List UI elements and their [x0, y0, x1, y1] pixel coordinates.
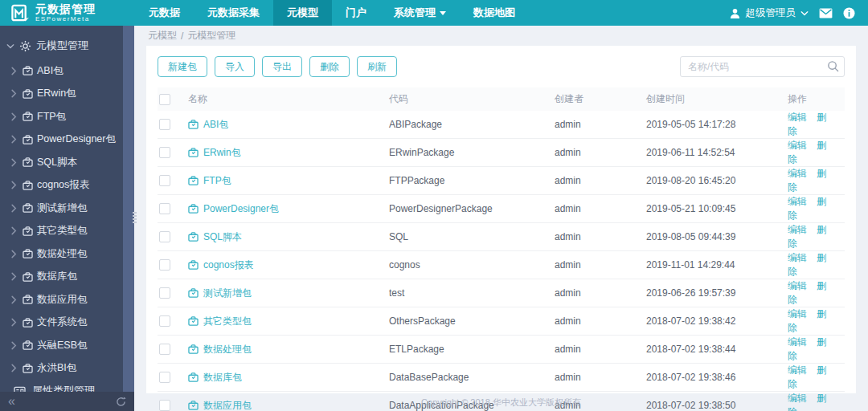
sidebar-item-2[interactable]: FTP包	[0, 105, 134, 128]
sidebar-item-9[interactable]: 数据库包	[0, 266, 134, 289]
tree-item-label: ERwin包	[37, 87, 76, 100]
package-name-link[interactable]: 数据库包	[203, 371, 242, 385]
refresh-icon[interactable]	[116, 397, 126, 407]
chevron-down-icon	[800, 10, 809, 16]
package-icon	[23, 295, 33, 304]
edit-link[interactable]: 编辑	[788, 252, 807, 263]
edit-link[interactable]: 编辑	[788, 280, 807, 291]
edit-link[interactable]: 编辑	[788, 308, 807, 319]
toolbar-button-2[interactable]: 导出	[262, 56, 302, 77]
mail-icon[interactable]	[819, 8, 833, 18]
row-checkbox[interactable]	[159, 147, 170, 158]
row-checkbox[interactable]	[159, 344, 170, 355]
package-name-link[interactable]: FTP包	[203, 174, 231, 188]
sidebar-item-10[interactable]: 数据应用包	[0, 288, 134, 311]
info-icon[interactable]	[843, 7, 855, 19]
sidebar-item-4[interactable]: SQL脚本	[0, 151, 134, 174]
sidebar-item-7[interactable]: 其它类型包	[0, 220, 134, 243]
edit-link[interactable]: 编辑	[788, 140, 807, 151]
toolbar-button-0[interactable]: 新建包	[158, 56, 207, 77]
nav-item-2[interactable]: 元模型	[273, 0, 332, 26]
footer: Copyright © 2018 华中农业大学版权所有	[134, 393, 868, 411]
package-created: 2019-06-26 19:57:39	[645, 279, 786, 307]
nav-item-label: 系统管理	[394, 6, 436, 20]
package-name-link[interactable]: ERwin包	[203, 146, 241, 160]
tree-item-label: 其它类型包	[37, 224, 88, 238]
package-creator: admin	[553, 167, 645, 195]
row-checkbox[interactable]	[159, 259, 170, 271]
edit-link[interactable]: 编辑	[788, 224, 807, 235]
nav-item-1[interactable]: 元数据采集	[194, 0, 273, 26]
sidebar-item-13[interactable]: 永洪BI包	[0, 357, 134, 380]
edit-link[interactable]: 编辑	[788, 168, 807, 179]
edit-link[interactable]: 编辑	[788, 112, 807, 123]
package-name-link[interactable]: SQL脚本	[203, 230, 242, 244]
package-code: cognos	[387, 251, 553, 279]
sidebar-item-attribute-types[interactable]: 属性类型管理	[0, 380, 134, 392]
col-header-actions: 操作	[786, 87, 845, 111]
package-name-link[interactable]: cognos报表	[203, 258, 254, 272]
nav-item-4[interactable]: 系统管理	[380, 0, 460, 26]
toolbar-button-1[interactable]: 导入	[215, 56, 255, 77]
tree-item-label: 数据应用包	[37, 293, 88, 307]
row-checkbox[interactable]	[159, 315, 170, 327]
package-code: PowerDesignerPackage	[387, 195, 553, 223]
sidebar-item-5[interactable]: cognos报表	[0, 174, 134, 197]
row-checkbox[interactable]	[159, 287, 170, 299]
nav-item-3[interactable]: 门户	[332, 0, 380, 26]
breadcrumb-parent[interactable]: 元模型	[148, 29, 177, 43]
splitter-handle[interactable]	[132, 212, 137, 230]
row-checkbox[interactable]	[159, 203, 170, 214]
edit-link[interactable]: 编辑	[788, 364, 807, 376]
row-checkbox[interactable]	[159, 119, 170, 130]
sidebar-item-3[interactable]: PowerDesigner包	[0, 128, 134, 152]
sidebar-item-8[interactable]: 数据处理包	[0, 242, 134, 266]
package-created: 2019-11-01 14:29:44	[645, 251, 786, 279]
package-created: 2018-07-02 19:38:46	[645, 364, 786, 392]
sidebar-root-metamodel[interactable]: 元模型管理	[0, 32, 134, 59]
sidebar-item-12[interactable]: 兴融ESB包	[0, 334, 134, 357]
row-actions: 编辑删除	[786, 139, 845, 167]
package-name-link[interactable]: 测试新增包	[203, 287, 252, 300]
package-created: 2018-07-02 19:38:44	[645, 336, 786, 364]
app-logo[interactable]: 元数据管理 ESPowerMeta	[0, 0, 135, 26]
search-icon[interactable]	[827, 60, 839, 72]
sidebar-item-6[interactable]: 测试新增包	[0, 197, 134, 220]
user-menu[interactable]: 超级管理员	[729, 6, 809, 20]
package-created: 2019-05-05 14:17:28	[645, 111, 786, 139]
toolbar-button-4[interactable]: 刷新	[357, 56, 397, 77]
package-creator: admin	[553, 307, 645, 336]
package-code: SQL	[387, 223, 553, 251]
sidebar-item-0[interactable]: ABI包	[0, 59, 134, 83]
collapse-sidebar-icon[interactable]: «	[8, 395, 15, 408]
package-name-link[interactable]: 其它类型包	[203, 315, 252, 328]
chevron-right-icon	[10, 341, 17, 350]
username: 超级管理员	[746, 6, 796, 20]
package-name-link[interactable]: 数据处理包	[203, 343, 252, 356]
row-actions: 编辑删除	[786, 251, 845, 279]
edit-link[interactable]: 编辑	[788, 196, 807, 207]
package-name-link[interactable]: PowerDesigner包	[203, 202, 279, 216]
sidebar-item-11[interactable]: 文件系统包	[0, 311, 134, 335]
nav-item-5[interactable]: 数据地图	[460, 0, 529, 26]
row-checkbox[interactable]	[159, 372, 170, 383]
gear-icon	[19, 40, 31, 52]
sidebar-item-1[interactable]: ERwin包	[0, 83, 134, 106]
sidebar-bottom-bar: «	[0, 392, 134, 411]
select-all-checkbox[interactable]	[159, 94, 170, 105]
row-checkbox[interactable]	[159, 231, 170, 242]
row-checkbox[interactable]	[159, 175, 170, 186]
tree-item-label: FTP包	[37, 110, 66, 124]
tree-item-label: 测试新增包	[37, 201, 88, 215]
edit-link[interactable]: 编辑	[788, 336, 807, 348]
package-icon	[23, 364, 33, 373]
search-input[interactable]	[680, 56, 845, 77]
tree-item-label: PowerDesigner包	[37, 132, 116, 146]
col-header-creator: 创建者	[553, 87, 645, 111]
row-actions: 编辑删除	[786, 195, 845, 223]
nav-item-0[interactable]: 元数据	[135, 0, 194, 26]
search-box	[680, 56, 845, 77]
toolbar-button-3[interactable]: 删除	[309, 56, 350, 77]
tree-item-label: 文件系统包	[37, 315, 88, 329]
package-name-link[interactable]: ABI包	[203, 118, 228, 132]
